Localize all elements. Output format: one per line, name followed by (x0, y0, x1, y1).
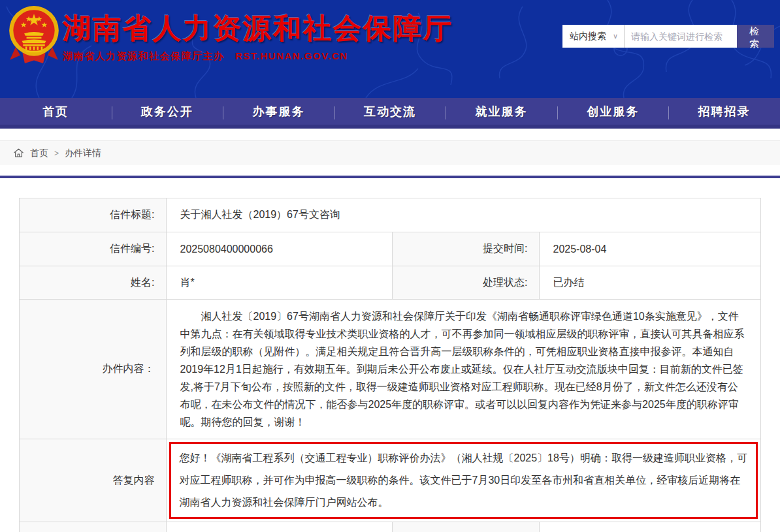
site-search: 站内搜索 ∨ 检 索 (562, 25, 774, 48)
nav-item-services[interactable]: 办事服务 (223, 98, 334, 125)
nav-item-gov-affairs[interactable]: 政务公开 (112, 98, 223, 125)
national-emblem-logo[interactable] (5, 3, 63, 66)
home-icon[interactable] (13, 148, 24, 159)
table-row: 答复部门 湖南省人力资源和社会保障厅 答复时间 2025-08-05 (20, 522, 760, 532)
reply-time-value: 2025-08-05 (540, 522, 760, 532)
reply-content-highlight-box: 您好！《湖南省工程系列（交通工程专业）职称评价办法》（湘人社规〔2025〕18号… (169, 442, 757, 519)
breadcrumb: 首页 > 办件详情 (0, 140, 780, 165)
status-label: 处理状态: (393, 266, 540, 300)
breadcrumb-current: 办件详情 (65, 148, 101, 159)
letter-title-value: 关于湘人社发（2019）67号文咨询 (167, 198, 760, 232)
letter-title-label: 信件标题: (20, 198, 167, 232)
breadcrumb-separator: > (54, 149, 59, 158)
search-button[interactable]: 检 索 (737, 25, 774, 48)
search-input[interactable] (625, 25, 737, 48)
table-row: 姓名: 肖* 处理状态: 已办结 (20, 266, 760, 300)
nav-item-entrepreneurship[interactable]: 创业服务 (557, 98, 669, 125)
name-value: 肖* (167, 266, 393, 300)
table-row: 答复内容 您好！《湖南省工程系列（交通工程专业）职称评价办法》（湘人社规〔202… (20, 439, 760, 522)
name-label: 姓名: (20, 266, 167, 300)
submit-time-value: 2025-08-04 (540, 232, 760, 266)
reply-dept-label: 答复部门 (20, 522, 167, 532)
search-scope-label: 站内搜索 (570, 31, 606, 42)
chevron-down-icon: ∨ (613, 32, 618, 40)
letter-detail-table: 信件标题: 关于湘人社发（2019）67号文咨询 信件编号: 202508040… (19, 198, 760, 532)
nav-item-interaction[interactable]: 互动交流 (334, 98, 446, 125)
content-value: 湘人社发〔2019〕67号湖南省人力资源和社会保障厅关于印发《湖南省畅通职称评审… (167, 300, 760, 439)
letter-number-value: 2025080400000066 (167, 232, 393, 266)
main-nav: 首页 政务公开 办事服务 互动交流 就业服务 创业服务 招聘招录 (0, 98, 780, 129)
nav-item-home[interactable]: 首页 (0, 98, 112, 125)
table-row: 办件内容： 湘人社发〔2019〕67号湖南省人力资源和社会保障厅关于印发《湖南省… (20, 300, 760, 439)
search-scope-select[interactable]: 站内搜索 ∨ (562, 25, 625, 48)
site-title[interactable]: 湖南省人力资源和社会保障厅 (63, 13, 453, 44)
status-value: 已办结 (540, 266, 760, 300)
nav-item-recruitment[interactable]: 招聘招录 (668, 98, 780, 125)
table-row: 信件标题: 关于湘人社发（2019）67号文咨询 (20, 198, 760, 232)
reply-dept-value: 湖南省人力资源和社会保障厅 (167, 522, 393, 532)
breadcrumb-home-link[interactable]: 首页 (30, 148, 48, 159)
submit-time-label: 提交时间: (393, 232, 540, 266)
letter-number-label: 信件编号: (20, 232, 167, 266)
site-subtitle: 湖南省人力资源和社会保障厅主办 RST.HUNAN.GOV.CN (63, 50, 453, 63)
site-header: 湖南省人力资源和社会保障厅 湖南省人力资源和社会保障厅主办 RST.HUNAN.… (0, 0, 780, 98)
reply-time-label: 答复时间 (393, 522, 540, 532)
site-brand: 湖南省人力资源和社会保障厅 湖南省人力资源和社会保障厅主办 RST.HUNAN.… (63, 13, 453, 63)
nav-item-employment[interactable]: 就业服务 (446, 98, 557, 125)
reply-content-label: 答复内容 (20, 439, 167, 522)
content-label: 办件内容： (20, 300, 167, 439)
table-row: 信件编号: 2025080400000066 提交时间: 2025-08-04 (20, 232, 760, 266)
section-divider-line (0, 176, 780, 178)
